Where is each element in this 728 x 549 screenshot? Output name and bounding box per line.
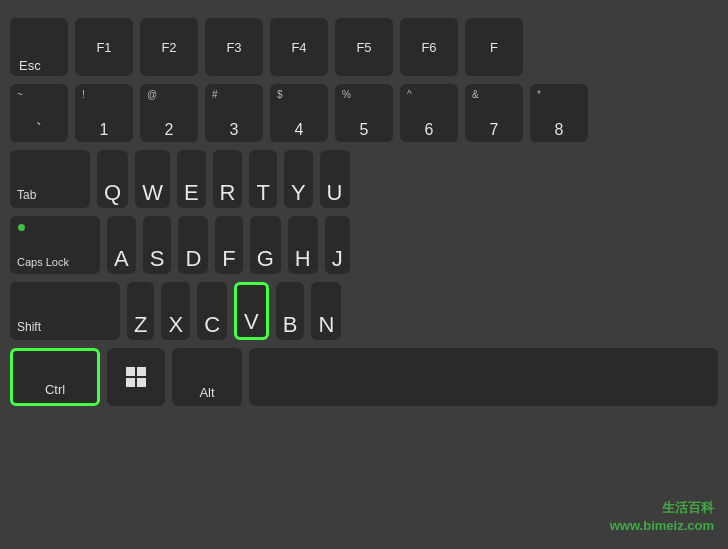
key-1[interactable]: ! 1: [75, 84, 133, 142]
key-j[interactable]: J: [325, 216, 350, 274]
key-w[interactable]: W: [135, 150, 170, 208]
key-7[interactable]: & 7: [465, 84, 523, 142]
key-ctrl-left[interactable]: Ctrl: [10, 348, 100, 406]
key-8[interactable]: * 8: [530, 84, 588, 142]
key-f4[interactable]: F4: [270, 18, 328, 76]
keyboard: Esc F1 F2 F3 F4 F5 F6 F ~ ` ! 1 @ 2 # 3 …: [0, 0, 728, 549]
key-win[interactable]: [107, 348, 165, 406]
windows-icon: [126, 367, 146, 387]
qwerty-row: Tab Q W E R T Y U: [10, 150, 718, 208]
key-s[interactable]: S: [143, 216, 172, 274]
key-e[interactable]: E: [177, 150, 206, 208]
key-4[interactable]: $ 4: [270, 84, 328, 142]
key-f5[interactable]: F5: [335, 18, 393, 76]
key-b[interactable]: B: [276, 282, 305, 340]
key-2[interactable]: @ 2: [140, 84, 198, 142]
key-z[interactable]: Z: [127, 282, 154, 340]
key-backtick[interactable]: ~ `: [10, 84, 68, 142]
key-n[interactable]: N: [311, 282, 341, 340]
watermark-line2: www.bimeiz.com: [610, 517, 714, 535]
key-c[interactable]: C: [197, 282, 227, 340]
key-f3[interactable]: F3: [205, 18, 263, 76]
key-r[interactable]: R: [213, 150, 243, 208]
key-v[interactable]: V: [234, 282, 269, 340]
key-f[interactable]: F: [215, 216, 242, 274]
key-5[interactable]: % 5: [335, 84, 393, 142]
key-x[interactable]: X: [161, 282, 190, 340]
num-row: ~ ` ! 1 @ 2 # 3 $ 4 % 5 ^ 6 & 7: [10, 84, 718, 142]
key-alt-left[interactable]: Alt: [172, 348, 242, 406]
zxcv-row: Shift Z X C V B N: [10, 282, 718, 340]
asdf-row: Caps Lock A S D F G H J: [10, 216, 718, 274]
key-space[interactable]: [249, 348, 718, 406]
key-t[interactable]: T: [249, 150, 276, 208]
key-d[interactable]: D: [178, 216, 208, 274]
key-h[interactable]: H: [288, 216, 318, 274]
fn-row: Esc F1 F2 F3 F4 F5 F6 F: [10, 18, 718, 76]
caps-lock-indicator: [18, 224, 25, 231]
key-f6[interactable]: F6: [400, 18, 458, 76]
key-g[interactable]: G: [250, 216, 281, 274]
bottom-row: Ctrl Alt: [10, 348, 718, 406]
key-u[interactable]: U: [320, 150, 350, 208]
key-f1[interactable]: F1: [75, 18, 133, 76]
key-6[interactable]: ^ 6: [400, 84, 458, 142]
watermark: 生活百科 www.bimeiz.com: [610, 499, 714, 535]
key-q[interactable]: Q: [97, 150, 128, 208]
watermark-line1: 生活百科: [610, 499, 714, 517]
key-tab[interactable]: Tab: [10, 150, 90, 208]
key-a[interactable]: A: [107, 216, 136, 274]
key-3[interactable]: # 3: [205, 84, 263, 142]
key-esc[interactable]: Esc: [10, 18, 68, 76]
key-f2[interactable]: F2: [140, 18, 198, 76]
key-f7[interactable]: F: [465, 18, 523, 76]
key-caps-lock[interactable]: Caps Lock: [10, 216, 100, 274]
key-shift-left[interactable]: Shift: [10, 282, 120, 340]
key-y[interactable]: Y: [284, 150, 313, 208]
